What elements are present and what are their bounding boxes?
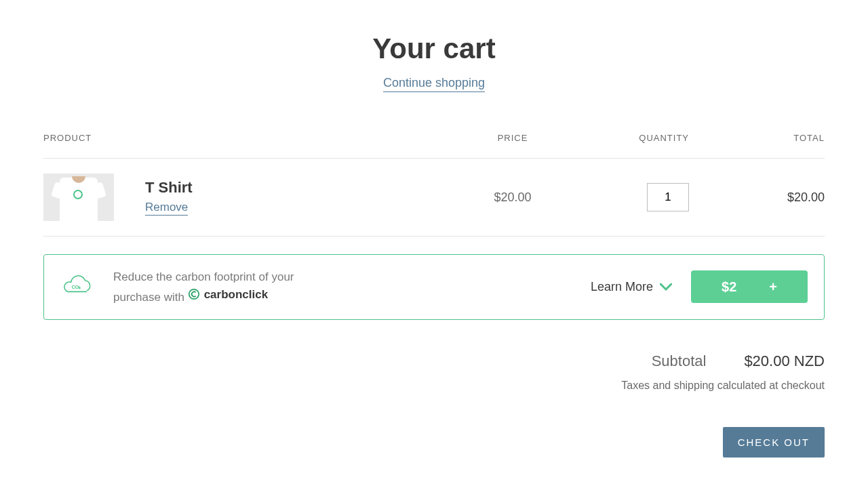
quantity-input[interactable] (647, 183, 689, 211)
co2-cloud-icon: CO₂ (60, 273, 94, 300)
carbon-offset-widget: CO₂ Reduce the carbon footprint of your … (43, 254, 825, 320)
continue-shopping-link[interactable]: Continue shopping (383, 76, 485, 92)
col-product: PRODUCT (43, 133, 452, 143)
offset-price: $2 (722, 279, 736, 295)
col-price: PRICE (452, 133, 574, 143)
product-name[interactable]: T Shirt (145, 179, 452, 197)
plus-icon: + (769, 279, 777, 295)
tax-note: Taxes and shipping calculated at checkou… (43, 380, 825, 392)
remove-link[interactable]: Remove (145, 201, 188, 216)
add-offset-button[interactable]: $2 + (691, 270, 808, 303)
col-quantity: QUANTITY (574, 133, 709, 143)
cart-totals: Subtotal $20.00 NZD Taxes and shipping c… (43, 352, 825, 392)
checkout-button[interactable]: CHECK OUT (723, 427, 825, 458)
col-total: TOTAL (709, 133, 825, 143)
page-title: Your cart (43, 33, 825, 65)
cart-table-header: PRODUCT PRICE QUANTITY TOTAL (43, 133, 825, 159)
svg-text:CO₂: CO₂ (72, 285, 81, 289)
learn-more-toggle[interactable]: Learn More (591, 279, 672, 295)
line-total: $20.00 (709, 190, 825, 205)
svg-point-1 (189, 289, 198, 299)
subtotal-value: $20.00 NZD (744, 352, 825, 370)
cart-row: T Shirt Remove $20.00 $20.00 (43, 159, 825, 237)
carbonclick-logo-icon (188, 288, 200, 300)
carbonclick-brand: carbonclick (204, 286, 269, 304)
line-price: $20.00 (452, 190, 574, 205)
carbon-text: Reduce the carbon footprint of your purc… (113, 268, 330, 306)
subtotal-label: Subtotal (652, 352, 707, 370)
chevron-down-icon (660, 279, 672, 295)
product-thumbnail[interactable] (43, 174, 114, 221)
